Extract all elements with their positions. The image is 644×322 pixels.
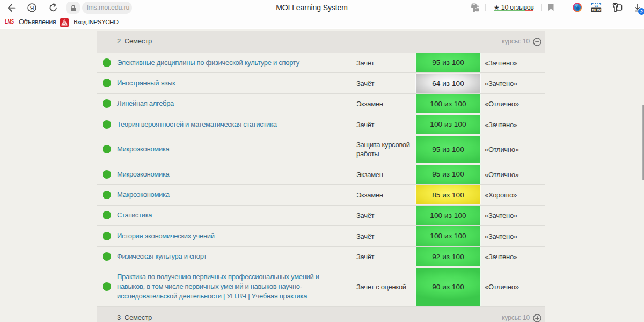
svg-text:NEW: NEW: [592, 8, 601, 12]
svg-text:01: 01: [595, 4, 598, 8]
